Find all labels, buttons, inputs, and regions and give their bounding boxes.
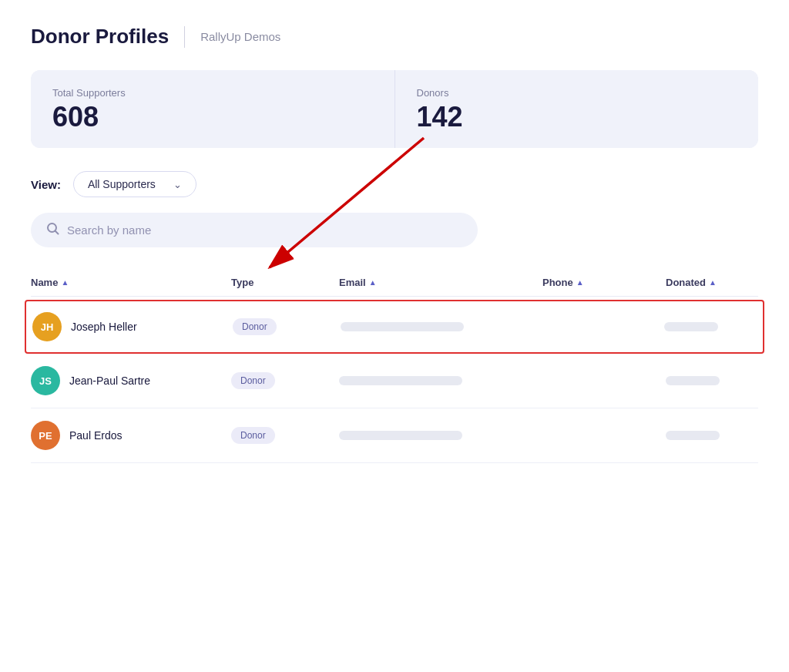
email-cell [339, 431, 542, 440]
sort-arrow-phone: ▲ [576, 278, 584, 287]
table-area: Name ▲ Type Email ▲ Phone ▲ Donated ▲ JH… [31, 269, 758, 463]
table-header: Name ▲ Type Email ▲ Phone ▲ Donated ▲ [31, 269, 758, 297]
type-badge: Donor [231, 427, 275, 444]
col-header-email[interactable]: Email ▲ [339, 277, 542, 288]
stat-label-donors: Donors [417, 87, 737, 99]
avatar: JH [32, 312, 62, 341]
table-row[interactable]: PE Paul Erdos Donor [31, 408, 758, 463]
table-row[interactable]: JH Joseph Heller Donor [25, 300, 764, 354]
search-icon [46, 222, 59, 238]
donated-cell [666, 431, 758, 440]
header-divider [184, 26, 185, 48]
donor-name: Paul Erdos [69, 429, 122, 442]
stat-card-donors: Donors 142 [395, 70, 759, 148]
stat-card-supporters: Total Supporters 608 [31, 70, 395, 148]
donor-cell: PE Paul Erdos [31, 421, 231, 450]
type-badge: Donor [231, 372, 275, 389]
stat-value-donors: 142 [417, 103, 737, 131]
col-header-donated[interactable]: Donated ▲ [666, 277, 758, 288]
col-header-type[interactable]: Type [231, 277, 339, 288]
annotation-arrow [185, 130, 447, 284]
table-row[interactable]: JS Jean-Paul Sartre Donor [31, 354, 758, 408]
col-header-phone[interactable]: Phone ▲ [542, 277, 666, 288]
sort-arrow-email: ▲ [369, 278, 377, 287]
sort-arrow-name: ▲ [61, 278, 69, 287]
email-cell [339, 376, 542, 385]
search-input[interactable] [67, 223, 462, 237]
stat-value-supporters: 608 [52, 103, 373, 131]
donor-cell: JH Joseph Heller [32, 312, 233, 341]
avatar: PE [31, 421, 60, 450]
controls-row: View: All Supporters ⌄ [31, 171, 758, 197]
search-container [31, 213, 758, 247]
view-select-value: All Supporters [88, 178, 156, 190]
sort-arrow-donated: ▲ [709, 278, 717, 287]
svg-line-3 [270, 138, 424, 267]
type-badge: Donor [233, 318, 277, 335]
type-cell: Donor [231, 427, 339, 444]
donor-name: Joseph Heller [71, 321, 137, 333]
svg-line-1 [55, 231, 59, 234]
avatar: JS [31, 366, 60, 395]
org-name: RallyUp Demos [200, 30, 280, 43]
donated-cell [664, 322, 757, 331]
view-label: View: [31, 178, 61, 191]
stats-row: Total Supporters 608 Donors 142 [31, 70, 758, 148]
type-cell: Donor [231, 372, 339, 389]
donor-name: Jean-Paul Sartre [69, 375, 150, 387]
col-header-name[interactable]: Name ▲ [31, 277, 231, 288]
stat-label-supporters: Total Supporters [52, 87, 373, 99]
type-cell: Donor [233, 318, 341, 335]
donated-cell [666, 376, 758, 385]
donor-cell: JS Jean-Paul Sartre [31, 366, 231, 395]
search-box [31, 213, 478, 247]
chevron-down-icon: ⌄ [173, 179, 182, 190]
email-cell [341, 322, 541, 331]
view-select-dropdown[interactable]: All Supporters ⌄ [73, 171, 196, 197]
page-title: Donor Profiles [31, 25, 169, 49]
page-header: Donor Profiles RallyUp Demos [31, 25, 758, 49]
